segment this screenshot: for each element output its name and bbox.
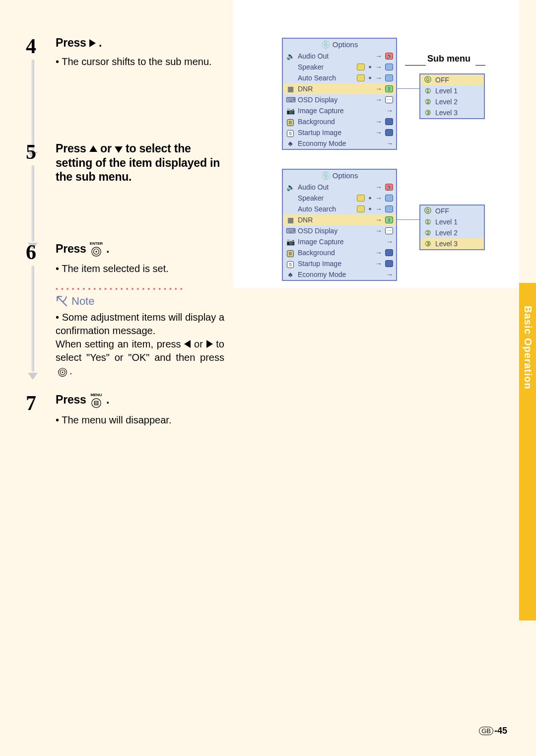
right-arrow-icon bbox=[89, 39, 96, 47]
connector-bottom bbox=[397, 219, 419, 220]
osd-row: 📷Image Capture→ bbox=[283, 105, 396, 116]
osd-row: 🔈Audio Out→🔈 bbox=[283, 182, 396, 193]
note-label: Note bbox=[71, 295, 94, 308]
enter-label: ENTER bbox=[89, 242, 103, 246]
step-6-title-post: . bbox=[106, 242, 109, 255]
note-line1: Some adjustment items will display a con… bbox=[56, 312, 224, 336]
sub-menu-row: ⓪OFF bbox=[420, 206, 484, 216]
step-4-title-post: . bbox=[96, 36, 102, 49]
osd-title-bottom-text: Options bbox=[333, 171, 358, 180]
enter-button-icon-2 bbox=[56, 367, 69, 377]
step-7-number: 7 bbox=[26, 393, 54, 413]
step-4-title-pre: Press bbox=[56, 36, 89, 49]
step-6-arrow bbox=[28, 266, 38, 380]
note-line2-mid: or bbox=[191, 339, 206, 349]
step-5-title-mid: or bbox=[97, 142, 115, 155]
osd-row: Auto Search✦→ bbox=[283, 204, 396, 214]
sub-menu-row: ⓪OFF bbox=[420, 74, 484, 85]
svg-rect-5 bbox=[62, 372, 64, 373]
step-4-number-wrap: 4 bbox=[26, 36, 54, 68]
sub-menu-row: ③Level 3 bbox=[420, 107, 484, 118]
enter-button-icon: ENTER bbox=[89, 242, 103, 257]
sub-panel-bottom: ⓪OFF①Level 1②Level 2③Level 3 bbox=[419, 205, 485, 250]
osd-row: ⌨OSD Display→⋯ bbox=[283, 94, 396, 105]
osd-row: ♣Economy Mode→ bbox=[283, 269, 396, 280]
note-icon bbox=[56, 295, 68, 308]
note-body: Some adjustment items will display a con… bbox=[56, 311, 224, 378]
note-dots: •••••••••••••••••••••••• bbox=[56, 285, 224, 293]
step-6-title: Press ENTER . bbox=[56, 242, 224, 257]
step-4-title: Press . bbox=[56, 36, 224, 50]
step-5-number: 5 bbox=[26, 141, 54, 162]
menu-button-icon: MENU bbox=[89, 393, 103, 409]
step-5-title-pre: Press bbox=[56, 142, 89, 155]
osd-row: BBackground→ bbox=[283, 116, 396, 127]
osd-row: 🔈Audio Out→🔈 bbox=[283, 51, 396, 62]
osd-row: ⌨OSD Display→⋯ bbox=[283, 225, 396, 236]
step-6-number: 6 bbox=[26, 242, 54, 263]
step-6-title-pre: Press bbox=[56, 242, 89, 255]
step-6-desc: The item selected is set. bbox=[56, 262, 224, 275]
section-tab: Basic Operation bbox=[519, 283, 536, 412]
osd-title-top-text: Options bbox=[333, 40, 358, 49]
sub-menu-row: ①Level 1 bbox=[420, 85, 484, 96]
note-line2-pre: When setting an item, press bbox=[56, 339, 184, 349]
osd-row: ♣Economy Mode→ bbox=[283, 138, 396, 149]
svg-rect-2 bbox=[95, 251, 97, 253]
step-5: 5 Press or to select the setting of the … bbox=[26, 68, 224, 184]
osd-row: ▦DNR→2 bbox=[283, 83, 396, 94]
step-7-title: Press MENU . bbox=[56, 393, 224, 408]
note-box: •••••••••••••••••••••••• Note Some adjus… bbox=[56, 285, 224, 378]
osd-panel-top: 💿 Options 🔈Audio Out→🔈Speaker✦→Auto Sear… bbox=[282, 38, 397, 150]
page-number: GB-45 bbox=[479, 726, 507, 736]
sub-menu-line-left bbox=[405, 65, 426, 66]
step-7-desc: The menu will disappear. bbox=[56, 413, 224, 426]
down-arrow-icon bbox=[115, 146, 123, 153]
step-5-number-wrap: 5 bbox=[26, 141, 54, 184]
sub-menu-row: ①Level 1 bbox=[420, 216, 484, 227]
osd-row: Speaker✦→ bbox=[283, 62, 396, 72]
step-7-number-wrap: 7 bbox=[26, 393, 54, 426]
up-arrow-icon bbox=[89, 145, 97, 152]
step-6: 6 Press ENTER . The item selected is set… bbox=[26, 184, 224, 378]
steps-column: 4 Press . The cursor shifts to the sub m… bbox=[26, 0, 224, 426]
right-arrow-icon-2 bbox=[206, 340, 213, 348]
step-6-number-wrap: 6 bbox=[26, 242, 54, 378]
osd-title-bottom: 💿 Options bbox=[283, 170, 396, 182]
sub-menu-label: Sub menu bbox=[427, 54, 470, 64]
osd-row: BBackground→ bbox=[283, 247, 396, 258]
connector-top bbox=[397, 88, 419, 89]
osd-panel-bottom: 💿 Options 🔈Audio Out→🔈Speaker✦→Auto Sear… bbox=[282, 169, 397, 281]
svg-rect-7 bbox=[94, 401, 98, 405]
sub-menu-row: ③Level 3 bbox=[420, 238, 484, 249]
step-5-title: Press or to select the setting of the it… bbox=[56, 141, 224, 184]
manual-page: Basic Operation 4 Press . The cursor shi… bbox=[0, 0, 536, 756]
step-7-title-post: . bbox=[106, 393, 109, 406]
svg-point-6 bbox=[92, 399, 101, 408]
step-7: 7 Press MENU . The menu will disappear. bbox=[26, 378, 224, 426]
left-arrow-icon bbox=[184, 340, 191, 348]
sub-menu-row: ②Level 2 bbox=[420, 227, 484, 238]
osd-row: 📷Image Capture→ bbox=[283, 236, 396, 247]
osd-row: ▦DNR→2 bbox=[283, 214, 396, 225]
step-4-desc: The cursor shifts to the sub menu. bbox=[56, 55, 224, 68]
step-4-number: 4 bbox=[26, 36, 54, 57]
osd-row: SStartup Image→ bbox=[283, 258, 396, 269]
osd-title-top: 💿 Options bbox=[283, 39, 396, 51]
osd-row: Auto Search✦→ bbox=[283, 72, 396, 83]
note-heading: Note bbox=[56, 295, 224, 308]
step-7-title-pre: Press bbox=[56, 393, 89, 406]
sub-panel-top: ⓪OFF①Level 1②Level 2③Level 3 bbox=[419, 73, 485, 119]
page-number-value: -45 bbox=[494, 726, 507, 736]
step-4: 4 Press . The cursor shifts to the sub m… bbox=[26, 0, 224, 68]
osd-row: SStartup Image→ bbox=[283, 127, 396, 138]
page-code: GB bbox=[479, 727, 493, 735]
note-line2-end: . bbox=[69, 365, 72, 376]
menu-label: MENU bbox=[89, 393, 103, 397]
sub-menu-row: ②Level 2 bbox=[420, 96, 484, 107]
sub-menu-line-right bbox=[475, 65, 485, 66]
section-tab-label: Basic Operation bbox=[522, 306, 534, 389]
osd-row: Speaker✦→ bbox=[283, 193, 396, 204]
